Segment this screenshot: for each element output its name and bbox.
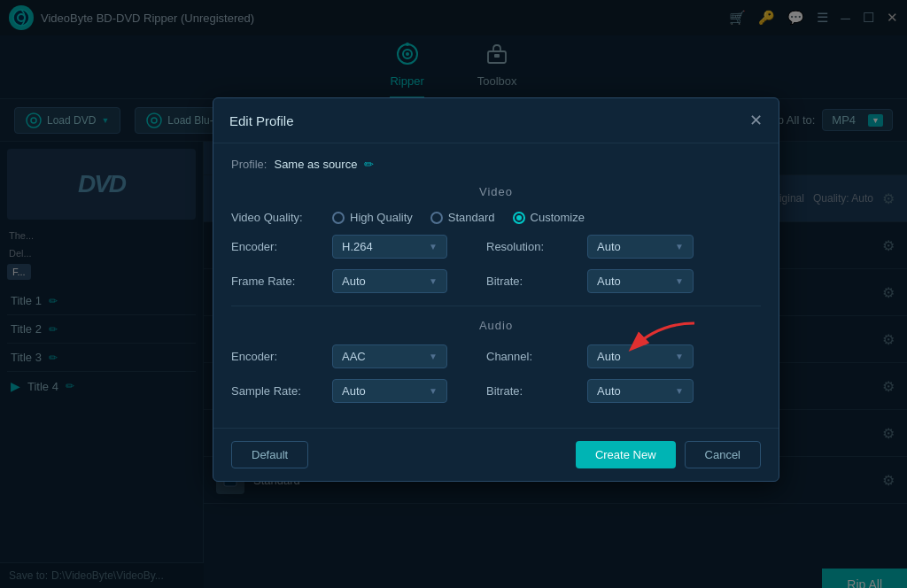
resolution-select[interactable]: Auto ▼ bbox=[587, 235, 694, 259]
modal-footer: Default Create New Cancel bbox=[213, 428, 779, 481]
section-divider bbox=[231, 306, 761, 306]
radio-customize[interactable]: Customize bbox=[513, 211, 585, 224]
radio-standard-circle bbox=[430, 212, 443, 224]
radio-standard-label: Standard bbox=[448, 211, 495, 224]
footer-right: Create New Cancel bbox=[576, 441, 761, 468]
modal-close-button[interactable]: ✕ bbox=[749, 111, 763, 130]
radio-customize-inner bbox=[516, 215, 522, 220]
bitrate-select[interactable]: Auto ▼ bbox=[587, 269, 694, 293]
encoder-value: H.264 bbox=[342, 240, 373, 253]
video-quality-radio-group: High Quality Standard Customize bbox=[332, 211, 761, 224]
bitrate-value: Auto bbox=[597, 275, 621, 288]
sample-rate-audio-bitrate-row: Sample Rate: Auto ▼ Bitrate: Auto ▼ bbox=[231, 379, 761, 403]
sample-rate-label: Sample Rate: bbox=[231, 384, 311, 398]
channel-arrow: ▼ bbox=[675, 352, 684, 361]
audio-section-title: Audio bbox=[231, 319, 761, 332]
audio-bitrate-select[interactable]: Auto ▼ bbox=[587, 379, 694, 403]
edit-profile-modal: Edit Profile ✕ Profile: Same as source ✏… bbox=[213, 97, 779, 482]
audio-bitrate-value: Auto bbox=[597, 384, 621, 398]
radio-customize-label: Customize bbox=[531, 211, 585, 224]
sample-rate-value: Auto bbox=[342, 384, 366, 398]
radio-standard[interactable]: Standard bbox=[430, 211, 495, 224]
sample-rate-select[interactable]: Auto ▼ bbox=[332, 379, 447, 403]
channel-select[interactable]: Auto ▼ bbox=[587, 344, 694, 368]
encoder-resolution-row: Encoder: H.264 ▼ Resolution: Auto ▼ bbox=[231, 235, 761, 259]
audio-bitrate-label: Bitrate: bbox=[486, 384, 566, 398]
audio-encoder-select[interactable]: AAC ▼ bbox=[332, 344, 447, 368]
profile-name-row: Profile: Same as source ✏ bbox=[231, 158, 761, 171]
modal-title: Edit Profile bbox=[229, 113, 294, 128]
channel-value: Auto bbox=[597, 350, 621, 363]
default-button[interactable]: Default bbox=[231, 441, 308, 468]
profile-value: Same as source bbox=[274, 158, 357, 171]
audio-encoder-channel-row: Encoder: AAC ▼ Channel: Auto ▼ bbox=[231, 344, 761, 368]
resolution-label: Resolution: bbox=[486, 240, 566, 253]
video-quality-row: Video Quality: High Quality Standard bbox=[231, 211, 761, 224]
framerate-bitrate-row: Frame Rate: Auto ▼ Bitrate: Auto ▼ bbox=[231, 269, 761, 293]
radio-high-quality-label: High Quality bbox=[350, 211, 413, 224]
resolution-value: Auto bbox=[597, 240, 621, 253]
sample-rate-arrow: ▼ bbox=[429, 386, 438, 396]
encoder-select-arrow: ▼ bbox=[429, 242, 438, 251]
radio-high-quality[interactable]: High Quality bbox=[332, 211, 413, 224]
audio-bitrate-arrow: ▼ bbox=[675, 386, 684, 396]
video-quality-label: Video Quality: bbox=[231, 211, 311, 224]
resolution-select-arrow: ▼ bbox=[675, 242, 684, 251]
radio-high-quality-circle bbox=[332, 212, 345, 224]
radio-customize-circle bbox=[513, 212, 525, 224]
create-new-button[interactable]: Create New bbox=[576, 441, 676, 468]
video-section-title: Video bbox=[231, 185, 761, 198]
frame-rate-value: Auto bbox=[342, 275, 366, 288]
audio-encoder-arrow: ▼ bbox=[429, 352, 438, 361]
audio-encoder-label: Encoder: bbox=[231, 350, 311, 363]
frame-rate-select[interactable]: Auto ▼ bbox=[332, 269, 447, 293]
encoder-select[interactable]: H.264 ▼ bbox=[332, 235, 447, 259]
bitrate-arrow: ▼ bbox=[675, 276, 684, 286]
frame-rate-arrow: ▼ bbox=[429, 276, 438, 286]
channel-label: Channel: bbox=[486, 350, 566, 363]
cancel-button[interactable]: Cancel bbox=[685, 441, 761, 468]
modal-header: Edit Profile ✕ bbox=[213, 98, 779, 143]
bitrate-label: Bitrate: bbox=[486, 275, 566, 288]
audio-encoder-value: AAC bbox=[342, 350, 366, 363]
frame-rate-label: Frame Rate: bbox=[231, 275, 311, 288]
profile-label: Profile: bbox=[231, 158, 267, 171]
profile-edit-pencil[interactable]: ✏ bbox=[364, 158, 374, 171]
modal-body: Profile: Same as source ✏ Video Video Qu… bbox=[213, 143, 779, 428]
modal-overlay: Edit Profile ✕ Profile: Same as source ✏… bbox=[0, 0, 907, 588]
encoder-label: Encoder: bbox=[231, 240, 311, 253]
